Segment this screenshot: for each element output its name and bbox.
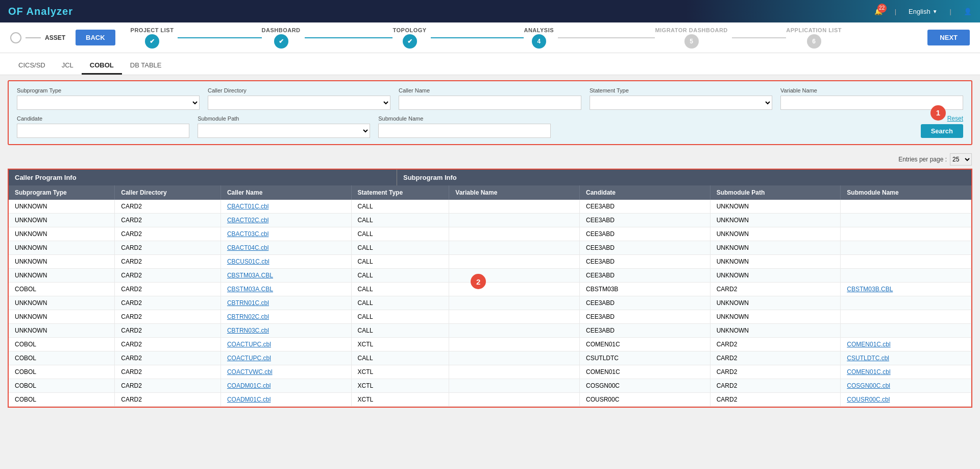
table-cell-5: CEE3ABD xyxy=(579,200,710,214)
step-5-info: MIGRATOR DASHBOARD 5 xyxy=(655,27,727,49)
step-3-circle: ✔ xyxy=(403,34,417,49)
step-1-circle: ✔ xyxy=(145,34,159,49)
table-cell-4 xyxy=(449,393,580,407)
notification-count: 22 xyxy=(877,4,887,13)
table-cell-0: COBOL xyxy=(9,283,115,296)
table-cell-4 xyxy=(449,310,580,324)
table-row: UNKNOWNCARD2CBTRN03C.cblCALLCEE3ABDUNKNO… xyxy=(9,324,971,338)
table-cell-7[interactable]: COMEN01C.cbl xyxy=(841,365,971,379)
table-cell-0: UNKNOWN xyxy=(9,241,115,255)
table-cell-4 xyxy=(449,365,580,379)
table-cell-2[interactable]: COACTUPC.cbl xyxy=(220,351,351,365)
table-cell-7[interactable]: COUSR00C.cbl xyxy=(841,393,971,407)
step-2-label: DASHBOARD xyxy=(262,27,301,33)
tab-db-table[interactable]: DB TABLE xyxy=(122,57,170,75)
table-row: UNKNOWNCARD2CBACT04C.cblCALLCEE3ABDUNKNO… xyxy=(9,241,971,255)
table-cell-0: UNKNOWN xyxy=(9,255,115,269)
table-cell-5: CEE3ABD xyxy=(579,324,710,338)
notification-bell[interactable]: 🔔 22 xyxy=(874,8,883,15)
table-cell-5: CEE3ABD xyxy=(579,310,710,324)
table-cell-1: CARD2 xyxy=(115,365,221,379)
wizard-step-4: ANALYSIS 4 xyxy=(524,27,655,49)
step-2-line xyxy=(305,37,393,38)
tab-cics-sd[interactable]: CICS/SD xyxy=(10,57,54,75)
pagination-bar: Entries per page : 10 25 50 100 xyxy=(0,150,980,169)
table-cell-1: CARD2 xyxy=(115,338,221,351)
caller-name-input[interactable] xyxy=(399,96,581,110)
table-cell-6: UNKNOWN xyxy=(710,214,841,227)
user-icon[interactable]: 👤 xyxy=(964,8,972,15)
table-cell-4 xyxy=(449,379,580,393)
table-cell-2[interactable]: CBACT01C.cbl xyxy=(220,200,351,214)
table-cell-7[interactable]: CSUTLDTC.cbl xyxy=(841,351,971,365)
table-cell-4 xyxy=(449,241,580,255)
step-4-circle: 4 xyxy=(532,34,546,49)
submodule-name-input[interactable] xyxy=(378,124,551,138)
table-cell-5: CEE3ABD xyxy=(579,296,710,310)
table-cell-0: UNKNOWN xyxy=(9,296,115,310)
language-label: English xyxy=(909,8,930,15)
table-row: COBOLCARD2COADM01C.cblXCTLCOUSR00CCARD2C… xyxy=(9,393,971,407)
table-cell-2[interactable]: CBTRN01C.cbl xyxy=(220,296,351,310)
table-cell-2[interactable]: CBTRN02C.cbl xyxy=(220,310,351,324)
search-button[interactable]: Search xyxy=(921,124,963,138)
table-cell-0: UNKNOWN xyxy=(9,324,115,338)
table-cell-7[interactable]: COMEN01C.cbl xyxy=(841,338,971,351)
table-cell-1: CARD2 xyxy=(115,269,221,283)
table-cell-1: CARD2 xyxy=(115,227,221,241)
caller-name-label: Caller Name xyxy=(399,87,581,93)
entries-per-page-select[interactable]: 10 25 50 100 xyxy=(950,153,972,166)
step-4-label: ANALYSIS xyxy=(524,27,554,33)
tab-jcl[interactable]: JCL xyxy=(54,57,82,75)
caller-directory-select[interactable]: CARD2 xyxy=(208,96,390,110)
table-cell-3: CALL xyxy=(351,214,449,227)
table-cell-2[interactable]: COACTVWC.cbl xyxy=(220,365,351,379)
filter-candidate: Candidate xyxy=(17,115,189,138)
next-button[interactable]: NEXT xyxy=(927,30,970,45)
reset-button[interactable]: Reset xyxy=(947,115,963,122)
table-cell-2[interactable]: CBACT03C.cbl xyxy=(220,227,351,241)
table-cell-2[interactable]: CBSTM03A.CBL xyxy=(220,283,351,296)
table-cell-2[interactable]: COADM01C.cbl xyxy=(220,393,351,407)
table-row: COBOLCARD2COACTUPC.cblXCTLCOMEN01CCARD2C… xyxy=(9,338,971,351)
tab-cobol[interactable]: COBOL xyxy=(82,57,122,75)
submodule-path-label: Submodule Path xyxy=(198,115,370,122)
table-cell-4 xyxy=(449,296,580,310)
table-row: COBOLCARD2CBSTM03A.CBLCALLCBSTM03BCARD2C… xyxy=(9,283,971,296)
table-cell-1: CARD2 xyxy=(115,393,221,407)
table-cell-2[interactable]: COADM01C.cbl xyxy=(220,379,351,393)
table-cell-7[interactable]: COSGN00C.cbl xyxy=(841,379,971,393)
subprogram-type-select[interactable]: COBOL UNKNOWN xyxy=(17,96,200,110)
table-cell-0: UNKNOWN xyxy=(9,200,115,214)
table-cell-2[interactable]: CBACT04C.cbl xyxy=(220,241,351,255)
chevron-down-icon: ▼ xyxy=(933,9,938,14)
submodule-path-select[interactable]: CARD2 UNKNOWN xyxy=(198,124,370,138)
step-3-info: TOPOLOGY ✔ xyxy=(393,27,426,49)
table-row: UNKNOWNCARD2CBACT01C.cblCALLCEE3ABDUNKNO… xyxy=(9,200,971,214)
step-5-line xyxy=(732,37,787,38)
asset-label: ASSET xyxy=(45,34,65,41)
table-cell-7[interactable]: CBSTM03B.CBL xyxy=(841,283,971,296)
step-5-label: MIGRATOR DASHBOARD xyxy=(655,27,727,33)
col-header-caller-name: Caller Name xyxy=(220,185,351,200)
table-cell-1: CARD2 xyxy=(115,283,221,296)
table-cell-4 xyxy=(449,283,580,296)
language-selector[interactable]: English ▼ xyxy=(909,8,938,15)
table-cell-3: CALL xyxy=(351,324,449,338)
wizard-step-3: TOPOLOGY ✔ xyxy=(393,27,524,49)
table-cell-2[interactable]: CBACT02C.cbl xyxy=(220,214,351,227)
table-cell-2[interactable]: CBSTM03A.CBL xyxy=(220,269,351,283)
back-button[interactable]: BACK xyxy=(76,30,115,45)
table-row: UNKNOWNCARD2CBTRN01C.cblCALLCEE3ABDUNKNO… xyxy=(9,296,971,310)
table-cell-2[interactable]: CBTRN03C.cbl xyxy=(220,324,351,338)
table-cell-2[interactable]: CBCUS01C.cbl xyxy=(220,255,351,269)
table-cell-0: UNKNOWN xyxy=(9,310,115,324)
statement-type-select[interactable]: CALL XCTL xyxy=(590,96,772,110)
candidate-input[interactable] xyxy=(17,124,189,138)
table-cell-5: CEE3ABD xyxy=(579,227,710,241)
table-cell-0: UNKNOWN xyxy=(9,269,115,283)
table-cell-2[interactable]: COACTUPC.cbl xyxy=(220,338,351,351)
table-cell-5: CEE3ABD xyxy=(579,214,710,227)
table-row: UNKNOWNCARD2CBSTM03A.CBLCALLCEE3ABDUNKNO… xyxy=(9,269,971,283)
table-cell-5: CEE3ABD xyxy=(579,269,710,283)
